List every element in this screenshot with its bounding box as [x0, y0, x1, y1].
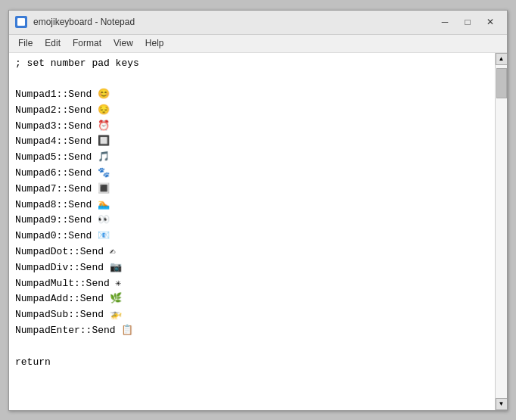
- scrollbar-thumb[interactable]: [496, 68, 507, 98]
- menu-view[interactable]: View: [107, 36, 139, 50]
- scrollbar-track[interactable]: [496, 65, 507, 398]
- notepad-window: emojikeyboard - Notepad ─ □ ✕ File Edit …: [8, 10, 508, 411]
- close-button[interactable]: ✕: [480, 14, 501, 30]
- title-bar: emojikeyboard - Notepad ─ □ ✕: [9, 11, 507, 35]
- scroll-up-arrow[interactable]: ▲: [496, 53, 508, 65]
- menu-edit[interactable]: Edit: [39, 36, 67, 50]
- content-area: ; set number pad keys Numpad1::Send 😊 Nu…: [9, 53, 507, 410]
- scroll-down-arrow[interactable]: ▼: [496, 398, 508, 410]
- menu-file[interactable]: File: [12, 36, 39, 50]
- window-title: emojikeyboard - Notepad: [33, 17, 434, 27]
- app-icon: [15, 16, 27, 28]
- window-controls: ─ □ ✕: [434, 14, 501, 30]
- scrollbar[interactable]: ▲ ▼: [495, 53, 507, 410]
- menu-help[interactable]: Help: [139, 36, 170, 50]
- minimize-button[interactable]: ─: [434, 14, 455, 30]
- text-editor[interactable]: ; set number pad keys Numpad1::Send 😊 Nu…: [9, 53, 495, 410]
- maximize-button[interactable]: □: [457, 14, 478, 30]
- menu-bar: File Edit Format View Help: [9, 35, 507, 53]
- menu-format[interactable]: Format: [67, 36, 107, 50]
